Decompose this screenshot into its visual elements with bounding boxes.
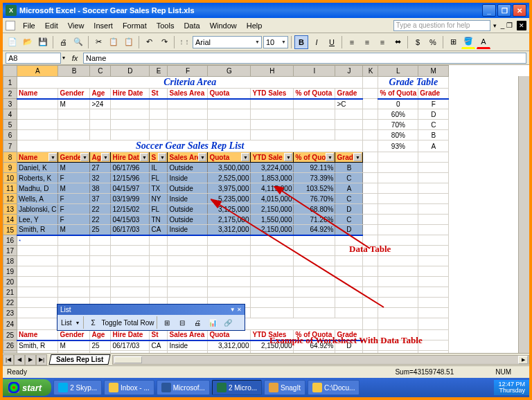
- formula-input[interactable]: Name: [83, 53, 526, 64]
- filter-button[interactable]: ▼: [140, 153, 148, 161]
- cell-L22[interactable]: [378, 298, 418, 308]
- menu-data[interactable]: Data: [179, 20, 204, 31]
- cell-E20[interactable]: [150, 277, 168, 287]
- filter-button[interactable]: ▼: [80, 153, 89, 161]
- cell-H14[interactable]: 1,550,000: [251, 215, 294, 225]
- cell-F19[interactable]: [168, 266, 208, 277]
- filter-button[interactable]: ▼: [101, 153, 109, 161]
- cell-M10[interactable]: [418, 173, 449, 183]
- cell-I5[interactable]: [294, 120, 335, 130]
- cell-C8[interactable]: Ag▼: [90, 152, 111, 163]
- cell-G2[interactable]: Quota: [208, 89, 251, 99]
- cell-J5[interactable]: [335, 120, 363, 130]
- cell-C6[interactable]: [90, 130, 111, 140]
- cell-M4[interactable]: D: [418, 109, 449, 120]
- cell-E16[interactable]: [150, 235, 168, 246]
- cell-L7[interactable]: 93%: [378, 140, 418, 152]
- cell-G4[interactable]: [208, 109, 251, 120]
- cell-J19[interactable]: [335, 266, 363, 277]
- cell-I6[interactable]: [294, 130, 335, 140]
- cell-M21[interactable]: [418, 287, 449, 298]
- cell-I9[interactable]: 92.11%: [294, 163, 335, 173]
- cell-H23[interactable]: [251, 308, 294, 318]
- cell-H4[interactable]: [251, 109, 294, 120]
- cell-B27[interactable]: [58, 351, 90, 354]
- cell-H21[interactable]: [251, 287, 294, 298]
- cell-M6[interactable]: B: [418, 130, 449, 140]
- open-button[interactable]: 📂: [21, 35, 35, 49]
- cell-J10[interactable]: C: [335, 173, 363, 183]
- cell-B15[interactable]: M: [58, 225, 90, 235]
- cell-L14[interactable]: [378, 215, 418, 225]
- cell-J9[interactable]: B: [335, 163, 363, 173]
- cell-H13[interactable]: 2,150,000: [251, 204, 294, 215]
- task-inbox[interactable]: Inbox - ...: [104, 380, 154, 395]
- cell-L12[interactable]: [378, 194, 418, 204]
- cell-E21[interactable]: [150, 287, 168, 298]
- menu-insert[interactable]: Insert: [89, 20, 118, 31]
- cell-B9[interactable]: M: [58, 163, 90, 173]
- cell-F13[interactable]: Outside: [168, 204, 208, 215]
- help-search[interactable]: Type a question for help: [393, 20, 490, 31]
- system-tray[interactable]: 12:47 PM Thursday: [494, 380, 529, 395]
- cell-H2[interactable]: YTD Sales: [251, 89, 294, 99]
- cell-B12[interactable]: F: [58, 194, 90, 204]
- cell-G12[interactable]: 5,235,000: [208, 194, 251, 204]
- cell-B25[interactable]: Gender: [58, 330, 90, 340]
- cell-A7[interactable]: Soccer Gear Sales Rep List: [17, 140, 363, 152]
- cell-H5[interactable]: [251, 120, 294, 130]
- cell-F16[interactable]: [168, 235, 208, 246]
- filter-button[interactable]: ▼: [284, 153, 292, 161]
- cell-I2[interactable]: % of Quota: [294, 89, 335, 99]
- font-name[interactable]: Arial: [193, 36, 262, 48]
- cell-A9[interactable]: Daniel, K: [17, 163, 58, 173]
- redo-button[interactable]: ↷: [157, 35, 171, 49]
- cell-J21[interactable]: [335, 287, 363, 298]
- cell-D6[interactable]: [111, 130, 150, 140]
- cell-G20[interactable]: [208, 277, 251, 287]
- cell-A25[interactable]: Name: [17, 330, 58, 340]
- list-toolbar[interactable]: List▼ ✕ List▼ Σ Toggle Total Row ⊞⊟🖨📊🔗: [57, 304, 245, 331]
- cell-I17[interactable]: [294, 246, 335, 256]
- tab-next[interactable]: ▶: [25, 354, 36, 365]
- cell-M11[interactable]: [418, 183, 449, 194]
- cell-G9[interactable]: 3,500,000: [208, 163, 251, 173]
- cell-E5[interactable]: [150, 120, 168, 130]
- cell-D2[interactable]: Hire Date: [111, 89, 150, 99]
- cell-K10[interactable]: [363, 173, 378, 183]
- cell-F26[interactable]: Inside: [168, 340, 208, 351]
- cell-L15[interactable]: [378, 225, 418, 235]
- cell-A4[interactable]: [17, 109, 58, 120]
- cell-I10[interactable]: 73.39%: [294, 173, 335, 183]
- cell-D12[interactable]: 03/19/99: [111, 194, 150, 204]
- cell-G14[interactable]: 2,175,000: [208, 215, 251, 225]
- cell-F6[interactable]: [168, 130, 208, 140]
- filter-button[interactable]: ▼: [241, 153, 249, 161]
- menu-tools[interactable]: Tools: [152, 20, 179, 31]
- tab-first[interactable]: |◀: [3, 354, 14, 365]
- cell-E6[interactable]: [150, 130, 168, 140]
- cell-G13[interactable]: 3,125,000: [208, 204, 251, 215]
- cell-G21[interactable]: [208, 287, 251, 298]
- cell-F14[interactable]: Outside: [168, 215, 208, 225]
- cell-B20[interactable]: [58, 277, 90, 287]
- cell-E4[interactable]: [150, 109, 168, 120]
- minimize-button[interactable]: _: [482, 4, 496, 17]
- cell-H9[interactable]: 3,224,000: [251, 163, 294, 173]
- cell-L13[interactable]: [378, 204, 418, 215]
- cell-D26[interactable]: 06/17/03: [111, 340, 150, 351]
- cell-D9[interactable]: 06/17/96: [111, 163, 150, 173]
- cell-J13[interactable]: D: [335, 204, 363, 215]
- align-center[interactable]: ≡: [360, 35, 374, 49]
- cell-A22[interactable]: [17, 298, 58, 308]
- cell-L5[interactable]: 70%: [378, 120, 418, 130]
- cell-G6[interactable]: [208, 130, 251, 140]
- cell-D8[interactable]: Hire Dat▼: [111, 152, 150, 163]
- cell-L27[interactable]: [378, 351, 418, 354]
- cell-M7[interactable]: A: [418, 140, 449, 152]
- copy-button[interactable]: 📋: [107, 35, 121, 49]
- align-right[interactable]: ≡: [375, 35, 389, 49]
- cell-K9[interactable]: [363, 163, 378, 173]
- tab-sales-rep-list[interactable]: Sales Rep List: [48, 354, 111, 365]
- cell-H16[interactable]: [251, 235, 294, 246]
